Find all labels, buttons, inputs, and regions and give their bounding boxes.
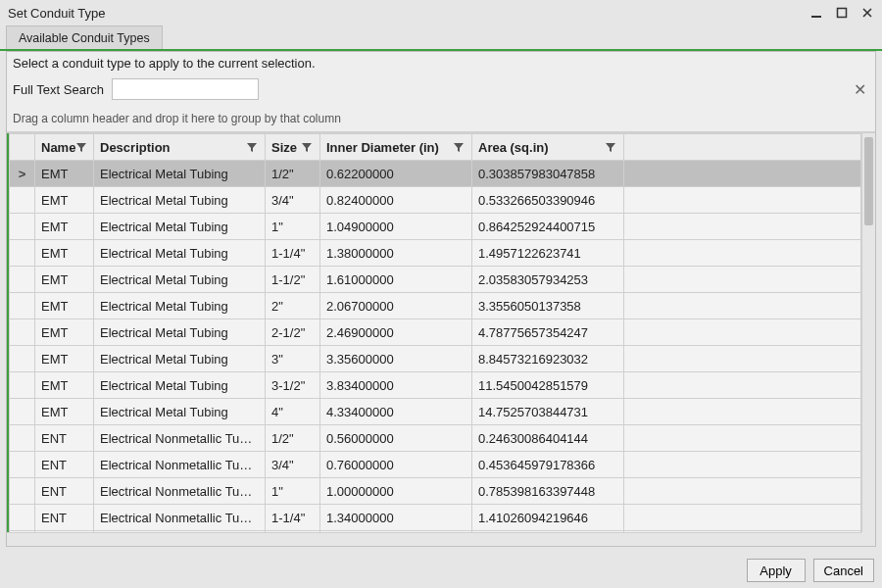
cell-size: 1" [266,214,320,240]
filter-icon[interactable] [300,140,314,154]
row-selector-icon[interactable] [10,505,35,531]
cell-empty [624,372,861,399]
cell-area: 0.785398163397448 [472,478,624,505]
row-selector-icon[interactable] [10,425,35,452]
row-selector-icon[interactable] [10,240,35,267]
cell-size: 1-1/4" [266,505,320,531]
cell-empty [624,425,861,452]
cell-size: 3/4" [266,452,320,478]
minimize-button[interactable] [808,4,825,22]
group-by-hint[interactable]: Drag a column header and drop it here to… [7,106,875,132]
row-selector-icon[interactable] [10,293,35,319]
cell-name: ENT [35,452,94,478]
column-label: Name [41,140,75,155]
column-header-empty[interactable] [624,134,861,161]
cell-description: Electrical Nonmetallic Tubing [94,452,266,478]
cell-inner_diameter: 0.62200000 [320,161,472,187]
cell-name: EMT [35,267,94,293]
titlebar[interactable]: Set Conduit Type [0,0,882,25]
horizontal-scrollbar[interactable] [7,532,861,546]
tab-available-conduit-types[interactable]: Available Conduit Types [6,25,163,49]
cell-description: Electrical Metal Tubing [94,399,266,425]
table-row[interactable]: EMTElectrical Metal Tubing1-1/4"1.380000… [10,240,861,267]
vertical-scrollbar[interactable] [861,133,875,532]
cell-name: EMT [35,399,94,425]
column-label: Size [271,140,300,155]
cell-description: Electrical Metal Tubing [94,319,266,346]
footer: Apply Cancel [0,553,882,588]
table-row[interactable]: EMTElectrical Metal Tubing3/4"0.82400000… [10,187,861,214]
filter-icon[interactable] [604,140,617,154]
svg-rect-0 [811,16,821,18]
column-label: Description [100,140,245,155]
cell-description: Electrical Nonmetallic Tubing [94,505,266,531]
cell-inner_diameter: 3.83400000 [320,372,472,399]
cancel-button[interactable]: Cancel [813,559,874,582]
table-row[interactable]: ENTElectrical Nonmetallic Tubing3/4"0.76… [10,452,861,478]
column-header-name[interactable]: Name [35,134,94,161]
cell-description: Electrical Metal Tubing [94,293,266,319]
window-buttons [808,4,876,22]
clear-search-button[interactable]: ✕ [850,79,869,99]
row-selector-icon[interactable] [10,319,35,346]
row-selector-icon[interactable] [10,478,35,505]
search-input[interactable] [112,78,259,100]
apply-button[interactable]: Apply [747,559,806,582]
cell-size: 3-1/2" [266,372,320,399]
cell-description: Electrical Metal Tubing [94,187,266,214]
scrollbar-thumb[interactable] [864,137,873,225]
cell-empty [624,214,861,240]
column-header-inner-diameter[interactable]: Inner Diameter (in) [320,134,472,161]
table-row[interactable]: EMTElectrical Metal Tubing4"4.3340000014… [10,399,861,425]
maximize-button[interactable] [833,4,851,22]
cell-size: 3" [266,346,320,372]
cell-name: EMT [35,161,94,187]
header-row: Name Description [10,134,861,161]
cell-description: Electrical Metal Tubing [94,267,266,293]
filter-icon[interactable] [245,140,259,154]
column-header-description[interactable]: Description [94,134,266,161]
row-selector-icon[interactable] [10,346,35,372]
row-selector-icon[interactable] [10,372,35,399]
row-selector-icon[interactable]: > [10,161,35,187]
row-selector-icon[interactable] [10,187,35,214]
table-row[interactable]: ENTElectrical Nonmetallic Tubing1-1/4"1.… [10,505,861,531]
table-row[interactable]: EMTElectrical Metal Tubing2"2.067000003.… [10,293,861,319]
row-selector-icon[interactable] [10,214,35,240]
cell-size: 2-1/2" [266,319,320,346]
row-marker-header [10,134,35,161]
table-row[interactable]: EMTElectrical Metal Tubing3-1/2"3.834000… [10,372,861,399]
table-row[interactable]: >EMTElectrical Metal Tubing1/2"0.6220000… [10,161,861,187]
cell-size: 1/2" [266,161,320,187]
row-selector-icon[interactable] [10,452,35,478]
grid-viewport[interactable]: Name Description [7,133,861,532]
cell-area: 0.453645979178366 [472,452,624,478]
cell-name: ENT [35,478,94,505]
cell-area: 0.533266503390946 [472,187,624,214]
instruction-text: Select a conduit type to apply to the cu… [7,52,875,74]
table-row[interactable]: ENTElectrical Nonmetallic Tubing1/2"0.56… [10,425,861,452]
filter-icon[interactable] [452,140,466,154]
table-row[interactable]: ENTElectrical Nonmetallic Tubing1"1.0000… [10,478,861,505]
tab-label: Available Conduit Types [19,31,150,45]
column-label: Inner Diameter (in) [326,140,452,155]
table-row[interactable]: EMTElectrical Metal Tubing1"1.049000000.… [10,214,861,240]
column-header-size[interactable]: Size [266,134,320,161]
close-window-button[interactable] [858,4,876,22]
table-row[interactable]: EMTElectrical Metal Tubing1-1/2"1.610000… [10,267,861,293]
cell-size: 1" [266,478,320,505]
cell-description: Electrical Metal Tubing [94,372,266,399]
cell-inner_diameter: 1.00000000 [320,478,472,505]
cell-area: 1.41026094219646 [472,505,624,531]
table-row[interactable]: EMTElectrical Metal Tubing2-1/2"2.469000… [10,319,861,346]
cell-name: EMT [35,214,94,240]
minimize-icon [810,7,822,19]
row-selector-icon[interactable] [10,399,35,425]
column-header-area[interactable]: Area (sq.in) [472,134,624,161]
svg-rect-1 [838,9,847,18]
cell-empty [624,187,861,214]
table-row[interactable]: EMTElectrical Metal Tubing3"3.356000008.… [10,346,861,372]
row-selector-icon[interactable] [10,267,35,293]
filter-icon[interactable] [75,140,87,154]
cell-empty [624,240,861,267]
